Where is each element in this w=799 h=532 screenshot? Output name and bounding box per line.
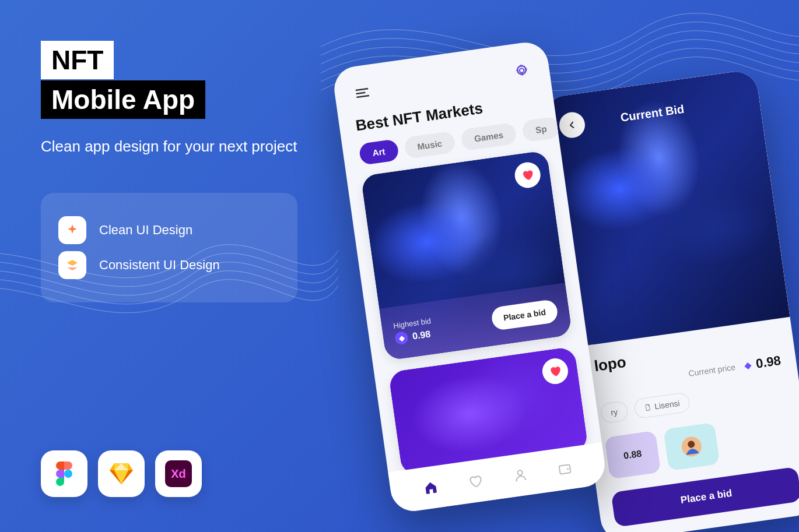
nft-card[interactable]: Highest bid ◆ 0.98 Place a bid [360,150,572,361]
settings-button[interactable] [509,58,534,83]
document-icon [644,404,652,412]
category-chip-art[interactable]: Art [358,139,399,165]
xd-icon: Xd [155,450,202,497]
home-icon [423,480,439,495]
features-panel: Clean UI Design Consistent UI Design [41,193,297,302]
nav-home[interactable] [420,477,441,498]
svg-point-0 [64,470,72,478]
tag-chip[interactable]: ry [600,400,629,424]
heart-icon [468,473,483,489]
sparkle-icon [58,216,86,244]
svg-line-6 [356,93,365,94]
svg-point-10 [567,468,569,470]
category-chip-more[interactable]: Sp [521,116,561,142]
svg-rect-9 [559,464,571,474]
svg-text:Xd: Xd [171,467,186,480]
nav-wallet[interactable] [555,458,576,479]
price-value: 0.98 [755,353,782,372]
svg-line-5 [356,89,369,90]
svg-line-7 [356,96,369,97]
sketch-icon [98,450,145,497]
avatar-tile[interactable] [663,422,720,471]
tag-chip[interactable]: Lisensi [633,392,691,419]
figma-icon [41,450,87,497]
menu-icon [355,87,369,98]
gear-icon [514,64,529,78]
heart-icon [520,168,535,182]
heart-icon [548,364,563,379]
avatar-icon [681,435,703,457]
menu-button[interactable] [350,80,375,105]
price-label: Current price [688,362,735,378]
hero-title-2: Mobile App [41,80,205,119]
feature-label: Clean UI Design [99,223,192,238]
hero-title-1: NFT [41,41,114,79]
place-bid-button[interactable]: Place a bid [490,299,559,331]
hero-subtitle: Clean app design for your next project [41,135,332,158]
wallet-icon [557,461,573,477]
highest-bid-value: 0.98 [412,329,431,341]
bid-tile[interactable]: 0.88 [604,431,661,480]
tool-row: Xd [41,450,202,497]
user-icon [512,467,528,483]
ethereum-icon: ◆ [394,330,409,345]
svg-point-8 [517,470,523,475]
nav-profile[interactable] [510,464,531,485]
feature-label: Consistent UI Design [99,258,220,273]
nav-favorites[interactable] [465,471,486,492]
layers-icon [58,251,86,279]
ethereum-icon: ◆ [744,359,752,371]
place-bid-button[interactable]: Place a bid [611,467,799,527]
